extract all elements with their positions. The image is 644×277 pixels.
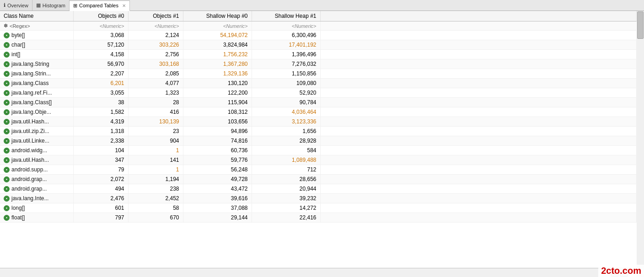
cell-class-name: ● android.supp... — [0, 165, 73, 175]
cell-sh0: 108,312 — [183, 107, 252, 117]
cell-sh1: 3,123,336 — [252, 117, 320, 127]
cell-obj1: 1 — [128, 165, 183, 175]
cell-obj0: 104 — [73, 146, 128, 155]
table-row[interactable]: ● android.supp... 79156,248712 — [0, 165, 637, 175]
cell-empty — [320, 79, 637, 88]
table-container[interactable]: Class Name Objects #0 Objects #1 Shallow… — [0, 11, 637, 277]
class-name-label: java.lang.Strin... — [11, 70, 51, 77]
col-header-obj1[interactable]: Objects #1 — [128, 11, 183, 21]
cell-class-name: ● android.grap... — [0, 175, 73, 184]
cell-empty — [320, 155, 637, 165]
cell-sh0: 1,756,232 — [183, 50, 252, 59]
table-row[interactable]: ● char[] 57,120303,2263,824,98417,401,19… — [0, 40, 637, 50]
table-row[interactable]: ● java.lang.Strin... 2,2072,0851,329,136… — [0, 69, 637, 79]
cell-obj0: 79 — [73, 165, 128, 175]
class-name-label: char[] — [11, 42, 25, 48]
cell-sh0: 103,656 — [183, 117, 252, 127]
cell-class-name: ● android.grap... — [0, 184, 73, 194]
class-icon: ● — [4, 80, 10, 86]
cell-obj0: 1,582 — [73, 107, 128, 117]
table-row[interactable]: ● long[] 6015837,08814,272 — [0, 203, 637, 213]
tab-overview[interactable]: ℹ Overview — [0, 0, 32, 11]
cell-sh1: 14,272 — [252, 203, 320, 213]
cell-sh0: 94,896 — [183, 127, 252, 136]
cell-obj0: 3,055 — [73, 88, 128, 98]
table-row[interactable]: ● java.util.zip.Zi... 1,3182394,8961,656 — [0, 127, 637, 136]
cell-class-name: ● java.lang.String — [0, 59, 73, 69]
class-name-label: java.lang.ref.Fi... — [11, 90, 52, 96]
table-row[interactable]: ● int[] 4,1582,7561,756,2321,396,496 — [0, 50, 637, 59]
cell-obj1: 904 — [128, 136, 183, 146]
col-header-obj0[interactable]: Objects #0 — [73, 11, 128, 21]
table-row[interactable]: ● java.util.Hash... 4,319130,139103,6563… — [0, 117, 637, 127]
class-icon: ● — [4, 138, 10, 144]
cell-empty — [320, 88, 637, 98]
tab-histogram[interactable]: ▦ Histogram — [32, 0, 70, 11]
cell-obj0: 347 — [73, 155, 128, 165]
cell-sh0: 1,367,280 — [183, 59, 252, 69]
table-row[interactable]: ● android.grap... 49423843,47220,944 — [0, 184, 637, 194]
table-row[interactable]: ● java.util.Linke... 2,33890474,81628,92… — [0, 136, 637, 146]
compared-tables-icon: ⊞ — [73, 3, 77, 9]
table-row[interactable]: ● float[] 79767029,14422,416 — [0, 213, 637, 223]
cell-empty — [320, 69, 637, 79]
table-row[interactable]: ● java.lang.Class 6,2014,077130,120109,0… — [0, 79, 637, 88]
table-row[interactable]: ● java.lang.Class[] 3828115,90490,784 — [0, 98, 637, 107]
cell-class-name: ● java.lang.ref.Fi... — [0, 88, 73, 98]
regex-icon: ✽ — [4, 23, 8, 29]
cell-class-name: ● java.lang.Class[] — [0, 98, 73, 107]
table-row[interactable]: ● android.widg... 104160,736584 — [0, 146, 637, 155]
cell-sh0: 3,824,984 — [183, 40, 252, 50]
class-name-label: java.util.zip.Zi... — [11, 128, 49, 134]
cell-obj1: 23 — [128, 127, 183, 136]
class-icon: ● — [4, 186, 10, 192]
col-header-sh1[interactable]: Shallow Heap #1 — [252, 11, 320, 21]
cell-obj1: 4,077 — [128, 79, 183, 88]
table-row[interactable]: ● java.lang.Obje... 1,582416108,3124,036… — [0, 107, 637, 117]
cell-sh0: 115,904 — [183, 98, 252, 107]
cell-sh1: 109,080 — [252, 79, 320, 88]
col-header-sh0[interactable]: Shallow Heap #0 — [183, 11, 252, 21]
cell-sh1: 712 — [252, 165, 320, 175]
cell-empty — [320, 59, 637, 69]
cell-class-name: ● java.lang.Strin... — [0, 69, 73, 79]
cell-sh0: 54,194,072 — [183, 31, 252, 40]
cell-obj0: 601 — [73, 203, 128, 213]
table-row[interactable]: ● java.lang.ref.Fi... 3,0551,323122,2005… — [0, 88, 637, 98]
cell-sh1: 52,920 — [252, 88, 320, 98]
cell-obj1: 28 — [128, 98, 183, 107]
cell-obj1: 2,756 — [128, 50, 183, 59]
cell-empty — [320, 127, 637, 136]
table-row[interactable]: ● byte[] 3,0682,12454,194,0726,300,496 — [0, 31, 637, 40]
table-row[interactable]: ● java.lang.Inte... 2,4762,45239,61639,2… — [0, 194, 637, 203]
class-icon: ● — [4, 176, 10, 182]
tab-compared-tables[interactable]: ⊞ Compared Tables ✕ — [70, 0, 130, 11]
table-row[interactable]: ● java.util.Hash... 34714159,7761,089,48… — [0, 155, 637, 165]
table-row[interactable]: ● java.lang.String 56,970303,1681,367,28… — [0, 59, 637, 69]
cell-obj1: 130,139 — [128, 117, 183, 127]
cell-empty — [320, 40, 637, 50]
scrollbar-area[interactable] — [637, 11, 644, 277]
tab-close-button[interactable]: ✕ — [122, 3, 126, 8]
cell-sh0: 1,329,136 — [183, 69, 252, 79]
tab-bar: ℹ Overview ▦ Histogram ⊞ Compared Tables… — [0, 0, 644, 11]
cell-class-name: ● float[] — [0, 213, 73, 223]
cell-sh1: 22,416 — [252, 213, 320, 223]
cell-sh0: 37,088 — [183, 203, 252, 213]
class-name-label: java.lang.String — [11, 61, 49, 67]
cell-obj1: 670 — [128, 213, 183, 223]
subheader-regex[interactable]: ✽ <Regex> — [0, 21, 73, 31]
class-icon: ● — [4, 90, 10, 96]
scrollbar-thumb[interactable] — [637, 11, 644, 39]
cell-class-name: ● long[] — [0, 203, 73, 213]
col-header-class[interactable]: Class Name — [0, 11, 73, 21]
class-name-label: java.lang.Class[] — [11, 99, 52, 106]
cell-class-name: ● java.util.Linke... — [0, 136, 73, 146]
class-icon: ● — [4, 157, 10, 163]
cell-obj0: 2,338 — [73, 136, 128, 146]
table-row[interactable]: ● android.grap... 2,0721,19449,72828,656 — [0, 175, 637, 184]
cell-obj0: 4,319 — [73, 117, 128, 127]
cell-obj1: 2,124 — [128, 31, 183, 40]
class-name-label: android.supp... — [11, 166, 48, 173]
cell-obj1: 58 — [128, 203, 183, 213]
